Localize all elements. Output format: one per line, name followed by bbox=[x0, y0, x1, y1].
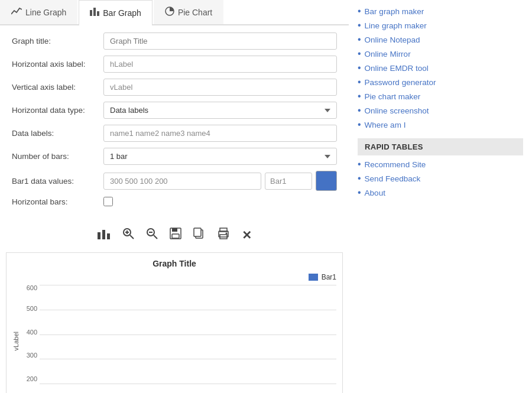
graph-title-input[interactable] bbox=[103, 33, 337, 50]
close-button[interactable]: ✕ bbox=[239, 226, 254, 245]
tab-bar-graph-label: Bar Graph bbox=[103, 8, 141, 18]
y-tick-400: 400 bbox=[22, 329, 40, 335]
send-feedback-link[interactable]: Send Feedback bbox=[365, 174, 421, 183]
chart-title: Graph Title bbox=[12, 259, 336, 268]
svg-rect-5 bbox=[102, 230, 105, 239]
online-screenshot-link[interactable]: Online screenshot bbox=[365, 106, 429, 115]
bars-area bbox=[40, 285, 336, 393]
horizontal-bars-checkbox[interactable] bbox=[103, 197, 113, 206]
svg-line-12 bbox=[154, 235, 157, 239]
list-item-online-screenshot: Online screenshot bbox=[358, 105, 523, 116]
legend-label: Bar1 bbox=[322, 273, 336, 281]
horizontal-bars-checkbox-container bbox=[103, 197, 113, 206]
svg-rect-16 bbox=[172, 234, 179, 238]
list-item-where-am-i: Where am I bbox=[358, 119, 523, 130]
list-item-send-feedback: Send Feedback bbox=[358, 173, 523, 184]
about-link[interactable]: About bbox=[365, 189, 385, 197]
left-panel: Line Graph Bar Graph Pie Chart Graph tit… bbox=[0, 0, 349, 393]
y-axis-label: vLabel bbox=[12, 332, 20, 350]
online-notepad-link[interactable]: Online Notepad bbox=[365, 35, 420, 44]
chart-inner: vLabel Bar1 600 500 400 300 200 100 bbox=[12, 273, 336, 393]
online-mirror-link[interactable]: Online Mirror bbox=[365, 50, 411, 59]
line-graph-icon bbox=[11, 7, 22, 18]
list-item-recommend-site: Recommend Site bbox=[358, 159, 523, 170]
y-ticks: 600 500 400 300 200 100 bbox=[22, 285, 40, 393]
tab-line-graph[interactable]: Line Graph bbox=[0, 0, 77, 24]
line-graph-maker-link[interactable]: Line graph maker bbox=[365, 21, 427, 30]
svg-line-8 bbox=[130, 235, 134, 239]
tabs-container: Line Graph Bar Graph Pie Chart bbox=[0, 0, 349, 25]
chart-container: Graph Title vLabel Bar1 600 500 400 300 … bbox=[6, 252, 343, 393]
svg-point-22 bbox=[225, 233, 227, 235]
data-labels-label: Data labels: bbox=[12, 129, 103, 138]
zoom-out-button[interactable] bbox=[144, 225, 160, 245]
recommend-site-link[interactable]: Recommend Site bbox=[365, 160, 426, 169]
data-labels-input[interactable] bbox=[103, 125, 337, 142]
print-button[interactable] bbox=[215, 225, 232, 245]
tab-bar-graph[interactable]: Bar Graph bbox=[79, 0, 153, 25]
h-data-type-label: Horizontal data type: bbox=[12, 106, 103, 115]
y-tick-300: 300 bbox=[22, 352, 40, 359]
svg-rect-4 bbox=[98, 232, 100, 239]
h-axis-input[interactable] bbox=[103, 56, 337, 73]
list-item-pie-chart-maker: Pie chart maker bbox=[358, 91, 523, 102]
online-emdr-link[interactable]: Online EMDR tool bbox=[365, 64, 429, 73]
y-tick-500: 500 bbox=[22, 305, 40, 311]
bar1-color-swatch[interactable] bbox=[316, 171, 337, 191]
pie-chart-icon bbox=[165, 7, 174, 18]
password-generator-link[interactable]: Password generator bbox=[365, 78, 436, 87]
svg-rect-15 bbox=[172, 228, 177, 232]
horizontal-bars-label: Horizontal bars: bbox=[12, 197, 103, 206]
graph-title-row: Graph title: bbox=[12, 33, 337, 50]
top-links-list: Bar graph maker Line graph maker Online … bbox=[358, 6, 523, 130]
chart-body: Bar1 600 500 400 300 200 100 bbox=[22, 273, 336, 393]
tab-pie-chart-label: Pie Chart bbox=[178, 8, 212, 17]
list-item-online-mirror: Online Mirror bbox=[358, 48, 523, 59]
list-item-bar-graph-maker: Bar graph maker bbox=[358, 6, 523, 17]
where-am-i-link[interactable]: Where am I bbox=[365, 121, 406, 129]
y-tick-600: 600 bbox=[22, 285, 40, 291]
bar1-inputs bbox=[103, 171, 337, 191]
data-labels-row: Data labels: bbox=[12, 125, 337, 142]
grid-and-bars: 600 500 400 300 200 100 bbox=[22, 285, 336, 393]
bar-graph-maker-link[interactable]: Bar graph maker bbox=[365, 7, 424, 16]
list-item-about: About bbox=[358, 187, 523, 198]
horizontal-bars-row: Horizontal bars: bbox=[12, 197, 337, 206]
list-item-online-emdr: Online EMDR tool bbox=[358, 63, 523, 73]
h-axis-row: Horizontal axis label: bbox=[12, 56, 337, 73]
svg-rect-18 bbox=[194, 228, 201, 236]
bottom-links-list: Recommend Site Send Feedback About bbox=[358, 159, 523, 198]
chart-type-button[interactable] bbox=[95, 225, 113, 245]
num-bars-select[interactable]: 1 bar 2 bars 3 bars 4 bars bbox=[103, 148, 337, 165]
bar-graph-icon bbox=[90, 8, 99, 18]
list-item-online-notepad: Online Notepad bbox=[358, 34, 523, 45]
h-data-type-select[interactable]: Data labels Numbers Dates bbox=[103, 102, 337, 119]
rapid-tables-heading: RAPID TABLES bbox=[358, 138, 523, 155]
bar1-values-input[interactable] bbox=[103, 173, 261, 190]
top-links-section: Bar graph maker Line graph maker Online … bbox=[358, 6, 523, 130]
bottom-links-section: Recommend Site Send Feedback About bbox=[358, 159, 523, 198]
tab-line-graph-label: Line Graph bbox=[25, 8, 66, 17]
v-axis-row: Vertical axis label: bbox=[12, 79, 337, 96]
svg-rect-0 bbox=[90, 10, 92, 16]
svg-rect-1 bbox=[93, 8, 96, 16]
num-bars-row: Number of bars: 1 bar 2 bars 3 bars 4 ba… bbox=[12, 148, 337, 165]
num-bars-label: Number of bars: bbox=[12, 152, 103, 161]
zoom-in-button[interactable] bbox=[120, 225, 137, 245]
svg-rect-6 bbox=[107, 233, 110, 239]
pie-chart-maker-link[interactable]: Pie chart maker bbox=[365, 92, 421, 101]
y-tick-200: 200 bbox=[22, 376, 40, 382]
list-item-password-gen: Password generator bbox=[358, 77, 523, 87]
v-axis-label: Vertical axis label: bbox=[12, 83, 103, 92]
svg-rect-2 bbox=[97, 11, 99, 16]
right-panel: Bar graph maker Line graph maker Online … bbox=[349, 0, 532, 393]
copy-button[interactable] bbox=[191, 225, 207, 245]
form-area: Graph title: Horizontal axis label: Vert… bbox=[0, 25, 349, 219]
bar1-values-row: Bar1 data values: bbox=[12, 171, 337, 191]
bar1-name-input[interactable] bbox=[265, 173, 312, 190]
tab-pie-chart[interactable]: Pie Chart bbox=[154, 0, 223, 24]
save-button[interactable] bbox=[167, 225, 184, 245]
list-item-line-graph-maker: Line graph maker bbox=[358, 20, 523, 31]
v-axis-input[interactable] bbox=[103, 79, 337, 96]
legend-color-swatch bbox=[309, 274, 318, 281]
